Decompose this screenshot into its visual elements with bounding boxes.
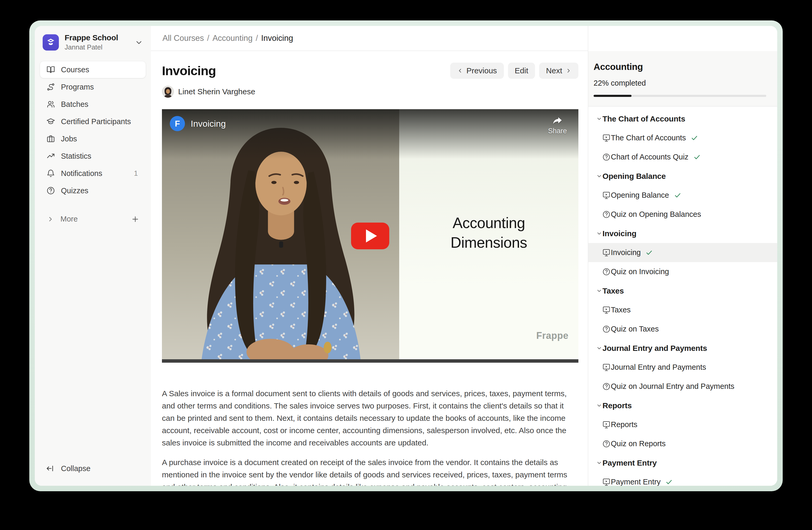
sidebar-item-programs[interactable]: Programs — [40, 79, 146, 95]
graduation-cap-icon — [46, 117, 55, 126]
outline-section-invoicing[interactable]: Invoicing — [588, 224, 777, 243]
outline-quiz-item[interactable]: Chart of Accounts Quiz — [588, 148, 777, 167]
chevron-down-icon — [596, 173, 603, 179]
avatar — [162, 86, 174, 98]
collapse-label: Collapse — [61, 464, 90, 473]
paragraph: A purchase invoice is a document created… — [162, 456, 578, 486]
frappe-school-logo — [43, 34, 59, 51]
outline-lesson-item[interactable]: Journal Entry and Payments — [588, 358, 777, 377]
quiz-question-icon — [602, 382, 611, 391]
users-icon — [46, 100, 55, 109]
chevron-down-icon — [596, 402, 603, 409]
breadcrumb-all-courses[interactable]: All Courses — [162, 33, 204, 43]
help-circle-icon — [46, 186, 55, 195]
chevron-down-icon[interactable] — [135, 38, 143, 46]
sidebar-item-notifications[interactable]: Notifications 1 — [40, 165, 146, 182]
outline-section-opening-balance[interactable]: Opening Balance — [588, 167, 777, 186]
play-button[interactable] — [351, 223, 389, 249]
sidebar-item-quizzes[interactable]: Quizzes — [40, 182, 146, 199]
sidebar-item-batches[interactable]: Batches — [40, 96, 146, 113]
outline-lesson-item[interactable]: Taxes — [588, 301, 777, 319]
book-open-icon — [46, 65, 55, 74]
outline-section-payment-entry[interactable]: Payment Entry — [588, 453, 777, 472]
sidebar-item-label: Quizzes — [61, 186, 88, 195]
collapse-arrow-icon — [46, 464, 55, 473]
outline-list: The Chart of Accounts The Chart of Accou… — [588, 107, 777, 486]
share-icon — [551, 115, 564, 125]
outline-quiz-item[interactable]: Quiz on Reports — [588, 434, 777, 453]
outline-section-reports[interactable]: Reports — [588, 396, 777, 415]
outline-section-journal-entry[interactable]: Journal Entry and Payments — [588, 338, 777, 358]
lesson-video-icon — [602, 478, 611, 486]
lesson-toolbar: Previous Edit Next — [450, 62, 578, 79]
channel-avatar[interactable]: F — [170, 116, 185, 131]
chevron-down-icon — [596, 288, 603, 294]
outline-header: Accounting 22% completed — [588, 51, 777, 107]
desktop-background: Frappe School Jannat Patel Courses Progr — [0, 0, 812, 530]
sidebar-more-row: More — [35, 215, 151, 223]
workspace-switcher[interactable]: Frappe School Jannat Patel — [35, 33, 151, 51]
sidebar-more-label[interactable]: More — [60, 215, 78, 223]
app-window: Frappe School Jannat Patel Courses Progr — [35, 26, 777, 486]
chevron-left-icon — [457, 68, 463, 74]
outline-section-taxes[interactable]: Taxes — [588, 281, 777, 301]
next-button[interactable]: Next — [539, 62, 578, 79]
author-row: Linet Sherin Varghese — [162, 86, 579, 98]
app-window-frame: Frappe School Jannat Patel Courses Progr — [29, 20, 783, 491]
briefcase-icon — [46, 134, 55, 143]
outline-quiz-item[interactable]: Quiz on Taxes — [588, 319, 777, 338]
sidebar-item-courses[interactable]: Courses — [40, 61, 146, 78]
outline-lesson-item-active[interactable]: Invoicing — [588, 243, 777, 262]
outline-lesson-item[interactable]: Reports — [588, 415, 777, 434]
outline-quiz-item[interactable]: Quiz on Invoicing — [588, 262, 777, 281]
sidebar-item-label: Batches — [61, 100, 88, 109]
breadcrumb-current: Invoicing — [261, 33, 293, 43]
edit-button[interactable]: Edit — [508, 62, 535, 79]
sidebar-item-certified-participants[interactable]: Certified Participants — [40, 113, 146, 130]
sidebar-item-label: Jobs — [61, 135, 77, 143]
check-icon — [693, 153, 701, 161]
outline-section-chart-of-accounts[interactable]: The Chart of Accounts — [588, 109, 777, 128]
lesson-video-icon — [602, 134, 611, 142]
quiz-question-icon — [602, 153, 611, 162]
main-panel: All Courses / Accounting / Invoicing Inv… — [151, 26, 588, 486]
sidebar-item-label: Courses — [61, 66, 89, 74]
sidebar-item-statistics[interactable]: Statistics — [40, 148, 146, 165]
video-player[interactable]: Accounting Dimensions Frappe F Invoicing — [162, 109, 578, 363]
check-icon — [691, 134, 698, 142]
sidebar-nav: Courses Programs Batches Certified Parti… — [35, 61, 151, 199]
play-icon — [366, 229, 377, 242]
chevron-down-icon — [596, 460, 603, 466]
sidebar: Frappe School Jannat Patel Courses Progr — [35, 26, 151, 486]
outline-quiz-item[interactable]: Quiz on Journal Entry and Payments — [588, 377, 777, 396]
outline-lesson-item[interactable]: Payment Entry — [588, 472, 777, 486]
check-icon — [646, 249, 653, 256]
sidebar-item-jobs[interactable]: Jobs — [40, 130, 146, 147]
lesson-content: Invoicing Previous Edit Next — [151, 51, 588, 486]
plus-icon[interactable] — [131, 215, 140, 223]
breadcrumb-bar: All Courses / Accounting / Invoicing — [151, 26, 588, 51]
video-title[interactable]: Invoicing — [191, 118, 226, 129]
outline-quiz-item[interactable]: Quiz on Opening Balances — [588, 205, 777, 224]
sidebar-collapse-button[interactable]: Collapse — [35, 461, 151, 486]
previous-button[interactable]: Previous — [450, 62, 504, 79]
chevron-down-icon — [596, 115, 603, 122]
page-title: Invoicing — [162, 64, 216, 78]
workspace-labels: Frappe School Jannat Patel — [64, 33, 118, 51]
lesson-video-icon — [602, 248, 611, 257]
next-label: Next — [546, 66, 562, 75]
breadcrumb-accounting[interactable]: Accounting — [213, 33, 252, 43]
video-progress-bar[interactable] — [162, 359, 578, 363]
slide-title: Accounting Dimensions — [399, 213, 578, 252]
progress-label: 22% completed — [594, 79, 766, 87]
lesson-video-icon — [602, 420, 611, 429]
chevron-right-icon[interactable] — [47, 215, 54, 223]
quiz-question-icon — [602, 267, 611, 276]
chevron-right-icon — [565, 68, 571, 74]
chevron-down-icon — [596, 230, 603, 237]
share-button[interactable]: Share — [548, 115, 567, 135]
outline-lesson-item[interactable]: Opening Balance — [588, 186, 777, 205]
video-overlay-title: F Invoicing — [170, 116, 226, 131]
outline-lesson-item[interactable]: The Chart of Accounts — [588, 128, 777, 148]
frappe-watermark: Frappe — [536, 330, 568, 341]
